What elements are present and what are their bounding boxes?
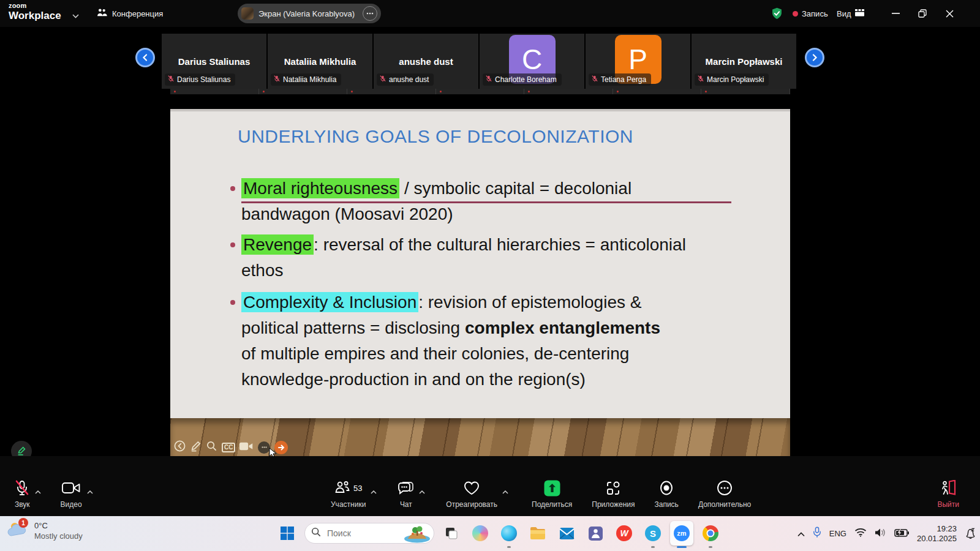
more-button[interactable]: Дополнительно bbox=[698, 479, 751, 509]
slide-title: UNDERLYING GOALS OF DECOLONIZATION bbox=[238, 126, 633, 147]
screen-share-thumbnail bbox=[241, 7, 254, 20]
slide-bullet-2: Revenge: reversal of the cultural hierar… bbox=[230, 232, 757, 283]
search-icon bbox=[311, 527, 321, 539]
minimize-button[interactable] bbox=[882, 0, 909, 27]
bullet-dot bbox=[230, 300, 235, 305]
react-chevron[interactable] bbox=[502, 485, 508, 497]
bullet-text-bold: complex entanglements bbox=[465, 318, 660, 337]
tray-chevron-up-icon[interactable] bbox=[797, 528, 805, 539]
start-button[interactable] bbox=[276, 521, 299, 545]
security-shield-icon[interactable] bbox=[771, 0, 783, 27]
task-view-button[interactable] bbox=[440, 521, 463, 545]
brand-workplace: Workplace bbox=[9, 10, 61, 21]
leave-button[interactable]: Выйти bbox=[937, 479, 959, 509]
wooden-floor-background: CC bbox=[170, 418, 790, 456]
strip-next-button[interactable] bbox=[805, 48, 824, 67]
chat-chevron[interactable] bbox=[419, 485, 425, 497]
weather-icon: 1 bbox=[7, 520, 29, 541]
participant-tile[interactable]: Darius Staliunas Darius Staliunas bbox=[162, 34, 266, 89]
view-label: Вид bbox=[837, 9, 851, 18]
chat-icon bbox=[398, 479, 414, 497]
wps-office-icon[interactable]: W bbox=[612, 521, 636, 545]
video-options-chevron[interactable] bbox=[87, 485, 93, 497]
highlighted-term: Moral righteousness bbox=[241, 178, 399, 198]
wifi-icon[interactable] bbox=[854, 528, 867, 539]
taskbar-clock[interactable]: 19:23 20.01.2025 bbox=[917, 524, 957, 544]
notifications-bell-icon[interactable] bbox=[965, 527, 976, 541]
record-label: Запись bbox=[655, 500, 679, 509]
participant-label-text: Tetiana Perga bbox=[601, 75, 646, 84]
tab-meeting[interactable]: Конференция bbox=[97, 0, 163, 27]
bullet-text: bandwagon (Moosavi 2020) bbox=[241, 204, 453, 223]
react-button[interactable]: Отреагировать bbox=[446, 479, 497, 509]
bullet-text: ethos bbox=[241, 261, 284, 280]
chat-button[interactable]: Чат bbox=[398, 479, 414, 509]
tray-mic-icon[interactable] bbox=[813, 527, 821, 541]
taskbar-search[interactable] bbox=[304, 523, 434, 544]
slide-bullet-3: Complexity & Inclusion: revision of epis… bbox=[230, 290, 763, 392]
weather-temp: 0°C bbox=[34, 520, 83, 531]
language-indicator[interactable]: ENG bbox=[829, 529, 846, 538]
zoom-app-icon[interactable]: zm bbox=[670, 521, 693, 545]
volume-icon[interactable] bbox=[875, 528, 886, 540]
bullet-text: political patterns = disclosing bbox=[241, 318, 465, 337]
participant-tile[interactable]: Marcin Popławski Marcin Popławski bbox=[692, 34, 796, 89]
participants-count: 53 bbox=[353, 484, 362, 493]
bullet-text: / symbolic capital = decolonial bbox=[399, 179, 631, 198]
participant-tile[interactable]: P Tetiana Perga bbox=[586, 34, 690, 89]
file-explorer-icon[interactable] bbox=[526, 521, 549, 545]
back-arrow-icon[interactable] bbox=[174, 440, 186, 454]
view-menu[interactable]: Вид bbox=[837, 0, 864, 27]
audio-options-chevron[interactable] bbox=[35, 485, 41, 497]
closed-captions-icon[interactable]: CC bbox=[222, 443, 235, 452]
participants-chevron[interactable] bbox=[371, 485, 377, 497]
pencil-icon[interactable] bbox=[190, 440, 202, 454]
participants-button[interactable]: 53 Участники bbox=[331, 479, 366, 509]
bullet-text: : revision of epistemologies & bbox=[418, 293, 641, 312]
bullet-text: knowledge-production in and on the regio… bbox=[241, 370, 586, 389]
apps-icon bbox=[605, 479, 621, 497]
highlighted-term: Revenge bbox=[241, 234, 314, 255]
participant-tile[interactable]: anushe dust anushe dust bbox=[374, 34, 478, 89]
weather-widget[interactable]: 1 0°C Mostly cloudy bbox=[7, 520, 83, 541]
bullet-dot bbox=[230, 186, 235, 191]
copilot-icon[interactable] bbox=[469, 521, 492, 545]
battery-icon[interactable] bbox=[894, 528, 909, 539]
edge-icon[interactable] bbox=[497, 521, 521, 545]
video-button[interactable]: Видео bbox=[61, 479, 82, 509]
search-input[interactable] bbox=[326, 528, 396, 539]
chrome-icon[interactable] bbox=[699, 521, 722, 545]
tab-options-ellipsis-icon[interactable] bbox=[363, 6, 377, 21]
restore-button[interactable] bbox=[909, 0, 936, 27]
shared-screen-view: UNDERLYING GOALS OF DECOLONIZATION Moral… bbox=[170, 89, 790, 456]
chat-label: Чат bbox=[400, 500, 412, 509]
mail-icon[interactable] bbox=[555, 521, 578, 545]
participant-tile[interactable]: Nataliia Mikhulia Nataliia Mikhulia bbox=[268, 34, 372, 89]
mic-muted-icon bbox=[485, 75, 492, 84]
apps-button[interactable]: Приложения bbox=[592, 479, 635, 509]
participant-label: Darius Staliunas bbox=[165, 73, 235, 86]
mic-muted-icon bbox=[273, 75, 281, 84]
share-screen-icon bbox=[544, 479, 560, 497]
strip-prev-button[interactable] bbox=[135, 48, 155, 67]
video-camera-icon[interactable] bbox=[239, 441, 254, 454]
chevron-down-icon[interactable] bbox=[72, 10, 79, 21]
tab-screen-share-label: Экран (Valeria Korablyova) bbox=[258, 9, 355, 18]
audio-button[interactable]: Звук bbox=[15, 479, 30, 509]
tab-screen-share[interactable]: Экран (Valeria Korablyova) bbox=[238, 4, 381, 23]
close-button[interactable] bbox=[936, 0, 963, 27]
magnifier-icon[interactable] bbox=[206, 440, 217, 454]
share-screen-button[interactable]: Поделиться bbox=[532, 479, 572, 509]
recording-indicator[interactable]: Запись bbox=[793, 0, 828, 27]
more-ellipsis-icon bbox=[717, 479, 733, 497]
people-icon bbox=[97, 8, 107, 19]
mic-muted-icon bbox=[379, 75, 386, 84]
participant-label-text: Charlotte Boreham bbox=[495, 75, 557, 84]
skype-icon[interactable]: S bbox=[641, 521, 665, 545]
participant-label-text: Nataliia Mikhulia bbox=[283, 75, 336, 84]
record-button[interactable]: Запись bbox=[655, 479, 679, 509]
teams-icon[interactable] bbox=[584, 521, 607, 545]
participant-tile[interactable]: C Charlotte Boreham bbox=[480, 34, 584, 89]
search-daily-image[interactable] bbox=[403, 524, 431, 545]
heart-icon bbox=[463, 479, 480, 497]
